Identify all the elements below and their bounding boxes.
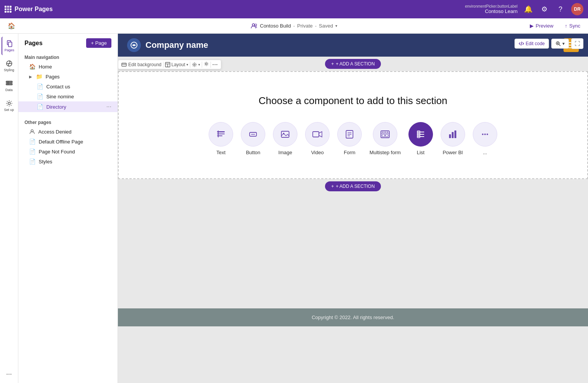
list-label: List	[417, 150, 425, 155]
svg-point-0	[252, 24, 255, 26]
preview-button[interactable]: ▶ Preview	[527, 21, 556, 30]
more-label: ...	[483, 150, 487, 155]
form-component-icon	[337, 122, 362, 147]
styling-icon	[5, 60, 13, 67]
directory-icon: 📄	[37, 104, 43, 110]
content-section: Choose a component to add to this sectio…	[118, 71, 588, 179]
button-component-icon	[241, 122, 265, 147]
nav-item-home[interactable]: 🏠 Home	[18, 62, 118, 72]
environment-picker[interactable]: environmentPicker.buttonLabel Contoso Le…	[465, 4, 518, 14]
component-list[interactable]: List	[408, 122, 433, 155]
site-footer: Copyright © 2022. All rights reserved.	[118, 308, 588, 326]
add-page-button[interactable]: + Page	[86, 38, 111, 48]
sidebar-item-pages[interactable]: Pages	[2, 37, 17, 55]
env-picker-label: environmentPicker.buttonLabel	[465, 4, 518, 8]
image-icon	[280, 129, 291, 140]
svg-rect-17	[122, 63, 126, 66]
nav-item-sine-nomine-label: Sine nomine	[46, 94, 74, 99]
top-bar: Power Pages environmentPicker.buttonLabe…	[0, 0, 588, 18]
home-button[interactable]: 🏠	[5, 21, 18, 31]
nav-item-page-not-found-label: Page Not Found	[39, 149, 75, 155]
toolbar-sep3	[202, 62, 202, 68]
build-status: Saved	[319, 23, 333, 29]
app-name: Power Pages	[15, 6, 53, 13]
nav-item-contact-us[interactable]: 📄 Contact us	[18, 81, 118, 91]
website-frame: Company name Edit background	[118, 34, 588, 326]
page-not-found-icon: 📄	[29, 148, 36, 155]
component-image[interactable]: Image	[273, 122, 297, 155]
avatar[interactable]: DR	[571, 3, 583, 15]
pages-folder-icon: 📁	[36, 73, 42, 80]
nav-item-directory-label: Directory	[46, 104, 66, 110]
nav-item-home-label: Home	[39, 64, 52, 70]
sine-nomine-icon: 📄	[37, 93, 43, 99]
component-video[interactable]: Video	[305, 122, 330, 155]
svg-rect-3	[8, 42, 12, 47]
styles-icon: 📄	[29, 158, 36, 165]
svg-point-54	[484, 134, 486, 135]
second-bar-left: 🏠	[5, 21, 18, 31]
directory-more-icon[interactable]: ···	[106, 103, 111, 110]
zoom-icon	[555, 41, 561, 46]
zoom-dropdown-arrow: ▾	[562, 41, 565, 46]
settings-icon[interactable]: ⚙	[539, 4, 550, 15]
nav-item-access-denied[interactable]: Access Denied	[18, 127, 118, 137]
toolbar-gear-btn[interactable]	[204, 61, 209, 68]
waffle-icon[interactable]	[5, 6, 11, 13]
notifications-icon[interactable]: 🔔	[523, 4, 534, 15]
add-section-top-button[interactable]: + + ADD A SECTION	[325, 59, 381, 69]
help-icon[interactable]: ?	[555, 4, 566, 15]
nav-item-pages-folder[interactable]: ▶ 📁 Pages	[18, 72, 118, 81]
multistep-form-component-icon	[373, 122, 397, 147]
component-multistep-form[interactable]: Multistep form	[369, 122, 401, 155]
edit-code-icon	[519, 41, 524, 46]
home-page-icon: 🏠	[29, 64, 36, 70]
nav-item-default-offline[interactable]: 📄 Default Offline Page	[18, 137, 118, 147]
layout-btn[interactable]: Layout ▾	[165, 62, 188, 67]
fullscreen-button[interactable]: ⛶	[571, 38, 583, 49]
svg-line-13	[559, 44, 560, 46]
component-settings-btn[interactable]: ▾	[192, 62, 200, 67]
sidebar-item-styling[interactable]: Styling	[2, 57, 17, 75]
nav-item-sine-nomine[interactable]: 📄 Sine nomine	[18, 91, 118, 101]
sidebar-item-data[interactable]: Data	[2, 77, 17, 95]
svg-point-22	[194, 64, 195, 65]
multistep-form-label: Multistep form	[369, 150, 401, 155]
nav-item-styles[interactable]: 📄 Styles	[18, 156, 118, 166]
svg-point-42	[384, 132, 386, 133]
component-button[interactable]: Button	[241, 122, 265, 155]
app-logo[interactable]: Power Pages	[5, 6, 53, 13]
component-form[interactable]: Form	[337, 122, 362, 155]
component-power-bi[interactable]: Power BI	[441, 122, 465, 155]
svg-point-1	[255, 24, 257, 26]
component-more[interactable]: ...	[473, 122, 497, 155]
sidebar-more-icon[interactable]: ···	[2, 368, 17, 380]
canvas-area: Edit code ▾ ⛶	[118, 34, 588, 383]
add-section-bottom-button[interactable]: + + ADD A SECTION	[325, 181, 381, 191]
multistep-form-icon	[380, 129, 390, 140]
list-icon	[415, 129, 426, 140]
svg-point-55	[487, 134, 488, 135]
build-dropdown-icon[interactable]: ▾	[335, 24, 337, 28]
logo-circle	[127, 38, 141, 52]
toolbar-more-btn[interactable]: ···	[212, 62, 218, 68]
sidebar-item-setup[interactable]: Set up	[2, 96, 17, 115]
company-logo: Company name	[127, 38, 208, 52]
nav-item-page-not-found[interactable]: 📄 Page Not Found	[18, 147, 118, 156]
nav-item-pages-label: Pages	[46, 74, 60, 80]
component-settings-icon	[192, 62, 197, 67]
zoom-button[interactable]: ▾	[551, 39, 569, 49]
power-bi-icon	[448, 129, 458, 140]
toolbar-sep	[163, 62, 163, 68]
users-icon	[251, 23, 258, 29]
toolbar-sep4	[211, 62, 211, 68]
edit-background-btn[interactable]: Edit background	[121, 62, 162, 67]
sync-button[interactable]: ↑ Sync	[562, 21, 583, 30]
setup-icon	[5, 99, 13, 107]
edit-code-button[interactable]: Edit code	[514, 39, 549, 49]
component-text[interactable]: Text	[209, 122, 233, 155]
pages-title: Pages	[24, 40, 42, 47]
nav-item-directory[interactable]: 📄 Directory ···	[18, 101, 118, 112]
text-component-icon	[209, 122, 233, 147]
second-bar-right: ▶ Preview ↑ Sync	[527, 21, 583, 30]
